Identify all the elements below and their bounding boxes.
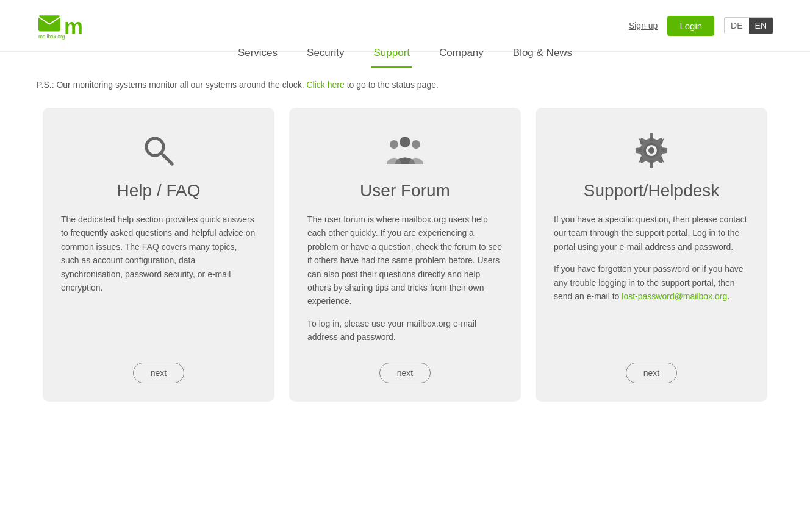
card-user-forum-footer: next — [307, 363, 503, 383]
svg-point-7 — [412, 140, 420, 149]
header-right: Sign up Login DE EN — [629, 16, 773, 36]
cards-container: Help / FAQ The dedicated help section pr… — [0, 96, 810, 438]
card-help-faq-next-button[interactable]: next — [133, 363, 184, 383]
signup-link[interactable]: Sign up — [629, 21, 658, 30]
logo-svg: m mailbox.org — [37, 7, 110, 44]
svg-point-6 — [390, 140, 398, 149]
gear-icon — [633, 132, 670, 169]
lost-password-link[interactable]: lost-password@mailbox.org — [622, 291, 727, 301]
card-user-forum-text-1: The user forum is where mailbox.org user… — [307, 213, 503, 308]
card-support-helpdesk-title: Support/Helpdesk — [584, 181, 720, 200]
nav-support[interactable]: Support — [371, 40, 412, 68]
svg-point-5 — [400, 137, 410, 147]
card-support-helpdesk-body: If you have a specific question, then pl… — [554, 213, 749, 344]
lang-en-button[interactable]: EN — [749, 18, 773, 34]
card-user-forum-title: User Forum — [360, 181, 450, 200]
notice-text-before: P.S.: Our monitoring systems monitor all… — [37, 80, 304, 90]
svg-text:m: m — [64, 14, 83, 38]
logo: m mailbox.org — [37, 7, 110, 44]
card-help-faq-footer: next — [61, 363, 256, 383]
svg-line-4 — [161, 153, 172, 164]
users-icon — [385, 132, 425, 169]
nav-security[interactable]: Security — [304, 40, 346, 68]
notice-text-after: to go to the status page. — [347, 80, 439, 90]
card-support-helpdesk-next-button[interactable]: next — [626, 363, 677, 383]
card-support-helpdesk-link-suffix: . — [727, 291, 729, 301]
main-nav: Services Security Support Company Blog &… — [0, 40, 810, 68]
card-user-forum-body: The user forum is where mailbox.org user… — [307, 213, 503, 344]
nav-blog-news[interactable]: Blog & News — [511, 40, 575, 68]
svg-rect-0 — [38, 15, 60, 31]
lang-switcher: DE EN — [724, 17, 773, 34]
card-help-faq: Help / FAQ The dedicated help section pr… — [43, 108, 274, 402]
login-button[interactable]: Login — [667, 16, 714, 36]
lang-de-button[interactable]: DE — [725, 18, 748, 34]
notice-link[interactable]: Click here — [306, 80, 344, 90]
svg-point-12 — [648, 147, 654, 154]
card-user-forum: User Forum The user forum is where mailb… — [289, 108, 521, 402]
card-support-helpdesk-footer: next — [554, 363, 749, 383]
card-user-forum-text-2: To log in, please use your mailbox.org e… — [307, 317, 503, 344]
svg-text:mailbox.org: mailbox.org — [38, 34, 65, 40]
nav-company[interactable]: Company — [437, 40, 486, 68]
nav-services[interactable]: Services — [235, 40, 280, 68]
card-help-faq-text: The dedicated help section provides quic… — [61, 213, 256, 294]
card-help-faq-title: Help / FAQ — [117, 181, 201, 200]
card-support-helpdesk-text-1: If you have a specific question, then pl… — [554, 213, 749, 254]
search-icon — [140, 132, 177, 169]
card-help-faq-body: The dedicated help section provides quic… — [61, 213, 256, 344]
card-user-forum-next-button[interactable]: next — [379, 363, 431, 383]
notice-bar: P.S.: Our monitoring systems monitor all… — [0, 68, 810, 96]
card-support-helpdesk: Support/Helpdesk If you have a specific … — [536, 108, 767, 402]
card-support-helpdesk-text-2: If you have forgotten your password or i… — [554, 262, 749, 303]
